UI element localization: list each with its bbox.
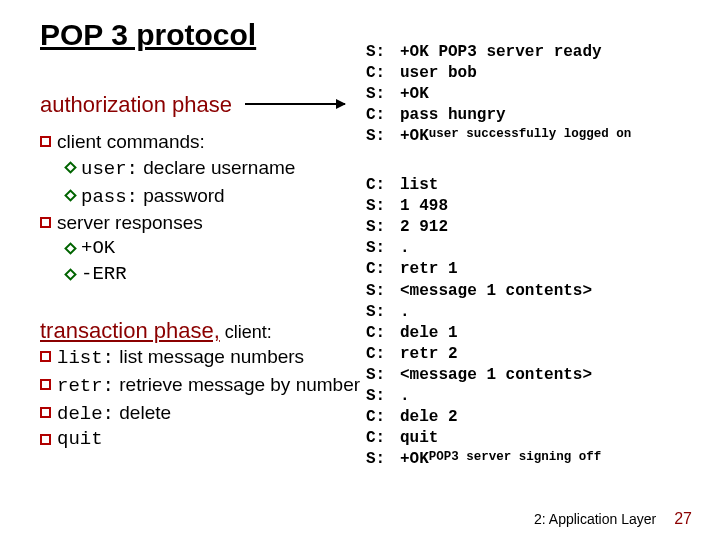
terminal-who: S: [366,42,400,63]
slide: POP 3 protocol authorization phase clien… [0,0,720,540]
trans-phase-main: transaction phase, [40,318,220,343]
terminal-who: S: [366,302,400,323]
terminal-msg: pass hungry [400,105,506,126]
terminal-who: S: [366,449,400,470]
square-bullet-icon [40,407,51,418]
square-bullet-icon [40,136,51,147]
page-number: 27 [674,510,692,528]
terminal-msg: retr 1 [400,259,458,280]
ok-response: +OK [81,237,115,261]
terminal-who: C: [366,259,400,280]
terminal-msg: . [400,238,410,259]
quit-cmd: quit [57,428,103,452]
list-item: +OK [66,237,380,261]
terminal-line: S:+OK user successfully logged on [366,126,631,147]
terminal-line: C:pass hungry [366,105,631,126]
pass-cmd-line: pass: password [81,184,225,210]
list-desc: list message numbers [114,346,304,367]
err-response: -ERR [81,263,127,287]
dele-cmd: dele: [57,403,114,425]
client-commands-label: client commands: [57,130,205,154]
footer-chapter: 2: Application Layer [534,511,656,527]
terminal-msg: +OK [400,84,429,105]
terminal-msg: retr 2 [400,344,458,365]
terminal-line: S:. [366,302,601,323]
terminal-line: S:. [366,386,601,407]
list-cmd-line: list: list message numbers [57,345,304,371]
slide-title: POP 3 protocol [40,18,256,52]
trans-phase-trail: client: [220,322,272,342]
terminal-who: C: [366,175,400,196]
pass-cmd: pass: [81,186,138,208]
terminal-msg: . [400,386,410,407]
terminal-who: S: [366,386,400,407]
retr-cmd-line: retr: retrieve message by number [57,373,360,399]
terminal-msg: +OK [400,449,429,470]
terminal-line: C:retr 2 [366,344,601,365]
terminal-msg: quit [400,428,438,449]
retr-cmd: retr: [57,375,114,397]
pass-cmd-desc: password [138,185,225,206]
list-item: quit [40,428,380,452]
list-cmd: list: [57,347,114,369]
list-item: pass: password [66,184,380,210]
user-cmd-desc: declare username [138,157,295,178]
list-item: -ERR [66,263,380,287]
terminal-line: C:retr 1 [366,259,601,280]
terminal-msg: user bob [400,63,477,84]
terminal-msg: dele 1 [400,323,458,344]
terminal-who: S: [366,365,400,386]
terminal-msg: dele 2 [400,407,458,428]
terminal-trans-block: C:listS:1 498S:2 912S:.C:retr 1S:<messag… [366,175,601,471]
terminal-line: C:list [366,175,601,196]
terminal-who: S: [366,281,400,302]
terminal-who: C: [366,105,400,126]
terminal-who: S: [366,84,400,105]
terminal-msg: 1 498 [400,196,448,217]
list-item: list: list message numbers [40,345,380,371]
terminal-line: C:user bob [366,63,631,84]
terminal-who: C: [366,344,400,365]
terminal-msg: <message 1 contents> [400,281,592,302]
terminal-msg: 2 912 [400,217,448,238]
square-bullet-icon [40,434,51,445]
auth-phase-heading: authorization phase [40,92,380,118]
arrow-icon [245,103,345,105]
terminal-line: S:+OK [366,84,631,105]
terminal-line: C:dele 1 [366,323,601,344]
square-bullet-icon [40,217,51,228]
terminal-msg: +OK [400,126,429,147]
terminal-msg: <message 1 contents> [400,365,592,386]
user-cmd-line: user: declare username [81,156,295,182]
terminal-line: C:dele 2 [366,407,601,428]
server-responses-label: server responses [57,211,203,235]
terminal-line: S:+OK POP3 server ready [366,42,631,63]
terminal-line: C:quit [366,428,601,449]
terminal-who: S: [366,126,400,147]
terminal-msg-small: POP3 server signing off [429,449,602,470]
terminal-line: S:<message 1 contents> [366,365,601,386]
user-cmd: user: [81,158,138,180]
list-item: server responses [40,211,380,235]
square-bullet-icon [40,379,51,390]
terminal-who: C: [366,428,400,449]
terminal-msg-small: user successfully logged on [429,126,632,147]
terminal-line: S:<message 1 contents> [366,281,601,302]
terminal-msg: list [400,175,438,196]
terminal-line: S:+OK POP3 server signing off [366,449,601,470]
list-item: retr: retrieve message by number [40,373,380,399]
dele-desc: delete [114,402,171,423]
terminal-who: S: [366,238,400,259]
diamond-bullet-icon [64,268,77,281]
terminal-who: S: [366,217,400,238]
dele-cmd-line: dele: delete [57,401,171,427]
list-item: user: declare username [66,156,380,182]
square-bullet-icon [40,351,51,362]
diamond-bullet-icon [64,242,77,255]
list-item: dele: delete [40,401,380,427]
diamond-bullet-icon [64,189,77,202]
trans-phase-list: list: list message numbers retr: retriev… [40,345,380,454]
terminal-auth-block: S:+OK POP3 server readyC:user bobS:+OKC:… [366,42,631,148]
terminal-who: C: [366,407,400,428]
terminal-who: C: [366,323,400,344]
